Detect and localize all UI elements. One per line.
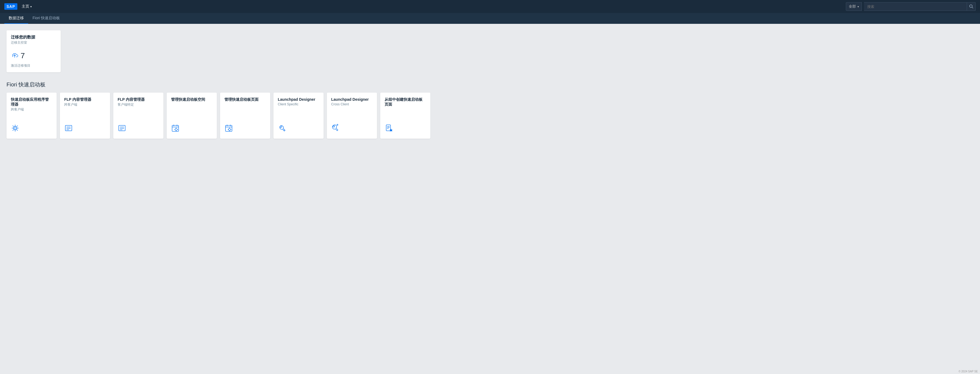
search-input-wrap <box>864 2 976 11</box>
document-star-icon <box>385 119 426 134</box>
tile-title-7: 从组中创建快速启动板页面 <box>385 97 426 107</box>
svg-rect-9 <box>119 125 125 131</box>
search-container: 全部 <box>846 2 976 11</box>
migration-tile-title: 迁移您的数据 <box>11 35 56 40</box>
migration-count: 7 <box>21 51 25 60</box>
svg-rect-13 <box>172 125 178 132</box>
tile-create-from-group[interactable]: 从组中创建快速启动板页面 <box>380 93 430 139</box>
calendar-settings-icon-2 <box>224 119 266 134</box>
list-icon <box>64 119 106 134</box>
svg-line-1 <box>972 7 973 8</box>
search-input[interactable] <box>864 2 967 11</box>
tile-sub-6: Cross Client <box>331 102 373 106</box>
home-menu[interactable]: 主页 <box>22 4 32 9</box>
tile-sub-0: 跨客户端 <box>11 107 52 112</box>
tile-title-2: FLP 内容管理器 <box>118 97 159 102</box>
tile-flp-content-manager-cross[interactable]: FLP 内容管理器 跨客户端 <box>60 93 110 139</box>
search-button[interactable] <box>967 2 976 11</box>
svg-point-3 <box>14 127 16 129</box>
footer: © 2024 SAP SE <box>959 370 978 373</box>
header: SAP 主页 全部 <box>0 0 980 13</box>
tile-title-4: 管理快速启动板页面 <box>224 97 266 102</box>
migration-count-area: 7 <box>11 51 56 60</box>
tile-title-3: 管理快速启动板空间 <box>171 97 213 102</box>
svg-point-31 <box>280 126 282 128</box>
tile-title-1: FLP 内容管理器 <box>64 97 106 102</box>
tile-title-6: Launchpad Designer <box>331 97 373 102</box>
svg-rect-22 <box>226 125 232 132</box>
nav-tabs: 数据迁移 Fiori 快速启动板 <box>0 13 980 24</box>
gear-icon <box>11 119 52 134</box>
svg-point-4 <box>13 126 17 130</box>
tile-title-0: 快速启动板应用程序管理器 <box>11 97 52 107</box>
search-scope-selector[interactable]: 全部 <box>846 2 862 11</box>
cloud-upload-icon <box>11 52 18 60</box>
tile-sub-2: 客户端特定 <box>118 102 159 107</box>
tile-sub-1: 跨客户端 <box>64 102 106 107</box>
sap-logo: SAP <box>4 3 18 10</box>
wrench-cross-icon <box>331 119 373 134</box>
svg-point-17 <box>175 128 177 130</box>
svg-rect-5 <box>65 125 72 131</box>
list-icon-2 <box>118 119 159 134</box>
tab-data-migration[interactable]: 数据迁移 <box>4 14 28 24</box>
calendar-settings-icon <box>171 119 213 134</box>
tile-sub-5: Client Specific <box>278 102 319 106</box>
tile-manage-launchpad-spaces[interactable]: 管理快速启动板空间 <box>167 93 217 139</box>
tab-fiori-launchpad[interactable]: Fiori 快速启动板 <box>28 14 64 24</box>
migration-count-label: 激活迁移项目 <box>11 63 56 68</box>
tile-launchpad-designer-cross[interactable]: Launchpad Designer Cross Client <box>327 93 377 139</box>
svg-point-26 <box>229 128 231 130</box>
tile-manage-launchpad-pages[interactable]: 管理快速启动板页面 <box>220 93 270 139</box>
migration-tile-subtitle: 迁移主控室 <box>11 40 56 45</box>
wrench-icon <box>278 119 319 134</box>
app-tiles-grid: 快速启动板应用程序管理器 跨客户端 FLP 内容管理器 跨客户端 <box>6 93 974 139</box>
tile-launchpad-app-manager[interactable]: 快速启动板应用程序管理器 跨客户端 <box>6 93 57 139</box>
svg-marker-39 <box>390 128 393 132</box>
search-icon <box>969 4 974 9</box>
tile-launchpad-designer-client[interactable]: Launchpad Designer Client Specific <box>274 93 324 139</box>
tile-title-5: Launchpad Designer <box>278 97 319 102</box>
section-title: Fiori 快速启动板 <box>6 81 974 88</box>
svg-point-0 <box>969 5 972 8</box>
main-content: 迁移您的数据 迁移主控室 7 激活迁移项目 Fiori 快速启动板 快速启动板应… <box>0 24 980 374</box>
tile-flp-content-manager-client[interactable]: FLP 内容管理器 客户端特定 <box>113 93 164 139</box>
svg-point-32 <box>333 126 335 127</box>
migration-tile[interactable]: 迁移您的数据 迁移主控室 7 激活迁移项目 <box>6 30 61 72</box>
